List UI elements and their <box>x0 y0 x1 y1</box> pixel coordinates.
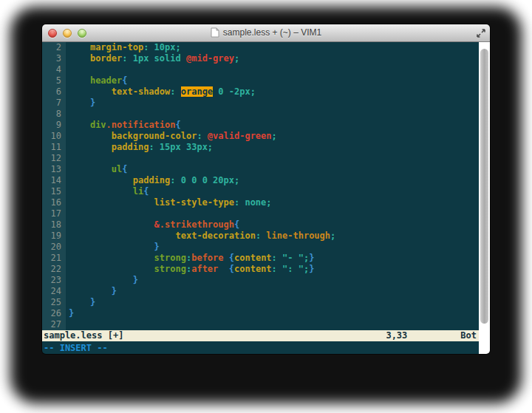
window-title: sample.less + (~) – VIM1 <box>223 27 321 38</box>
line-number: 5 <box>42 75 66 86</box>
code-text: list-style-type: none; <box>66 197 272 208</box>
line-number: 9 <box>42 120 66 131</box>
line-number: 23 <box>42 275 66 286</box>
code-line[interactable]: 10 background-color: @valid-green; <box>42 131 479 142</box>
code-text: strong:before {content: "- ";} <box>66 253 314 264</box>
code-line[interactable]: 4 <box>42 64 479 75</box>
scrollbar-track[interactable] <box>479 42 490 354</box>
window-body: 2 margin-top: 10px;3 border: 1px solid @… <box>42 42 490 354</box>
code-line[interactable]: 21 strong:before {content: "- ";} <box>42 253 479 264</box>
line-number: 4 <box>42 64 66 75</box>
line-number: 2 <box>42 42 66 53</box>
line-number: 20 <box>42 242 66 253</box>
code-line[interactable]: 13 ul{ <box>42 164 479 175</box>
line-number: 16 <box>42 197 66 208</box>
code-line[interactable]: 3 border: 1px solid @mid-grey; <box>42 53 479 64</box>
code-line[interactable]: 27 <box>42 319 479 330</box>
code-text: text-shadow: orange 0 -2px; <box>66 86 256 98</box>
code-text: strong:after {content: ": ";} <box>66 264 314 275</box>
line-number: 21 <box>42 253 66 264</box>
line-number: 14 <box>42 175 66 186</box>
code-line[interactable]: 12 <box>42 153 479 164</box>
line-number: 10 <box>42 131 66 142</box>
code-text: background-color: @valid-green; <box>66 131 277 142</box>
code-line[interactable]: 6 text-shadow: orange 0 -2px; <box>42 86 479 98</box>
code-line[interactable]: 25 } <box>42 297 479 308</box>
code-text <box>66 153 69 164</box>
status-scroll-position: Bot <box>460 330 477 341</box>
code-text: } <box>66 308 74 319</box>
line-number: 18 <box>42 219 66 231</box>
code-line[interactable]: 11 padding: 15px 33px; <box>42 142 479 153</box>
vim-window: sample.less + (~) – VIM1 2 margin-top: 1… <box>42 24 490 354</box>
code-line[interactable]: 7 } <box>42 98 479 109</box>
code-text: li{ <box>66 186 149 197</box>
code-line[interactable]: 20 } <box>42 242 479 253</box>
scrollbar-thumb[interactable] <box>480 49 488 324</box>
code-editor[interactable]: 2 margin-top: 10px;3 border: 1px solid @… <box>42 42 479 330</box>
zoom-button[interactable] <box>78 29 86 38</box>
code-line[interactable]: 16 list-style-type: none; <box>42 197 479 208</box>
insert-mode-indicator: -- INSERT -- <box>44 343 108 353</box>
editor-column: 2 margin-top: 10px;3 border: 1px solid @… <box>42 42 479 354</box>
code-line[interactable]: 9 div.notification{ <box>42 120 479 131</box>
minimize-button[interactable] <box>63 29 72 38</box>
line-number: 19 <box>42 231 66 242</box>
code-text: } <box>66 242 160 253</box>
code-line[interactable]: 5 header{ <box>42 75 479 86</box>
code-text: padding: 0 0 0 20px; <box>66 175 239 186</box>
code-text: } <box>66 275 138 286</box>
code-text: margin-top: 10px; <box>66 42 181 53</box>
code-text: &.strikethrough{ <box>66 219 239 231</box>
code-text: padding: 15px 33px; <box>66 142 213 153</box>
code-line[interactable]: 8 <box>42 109 479 120</box>
code-line[interactable]: 14 padding: 0 0 0 20px; <box>42 175 479 186</box>
code-text: } <box>66 286 117 297</box>
code-line[interactable]: 19 text-decoration: line-through; <box>42 231 479 242</box>
code-text <box>66 208 69 219</box>
line-number: 12 <box>42 153 66 164</box>
code-text: } <box>66 98 95 109</box>
line-number: 25 <box>42 297 66 308</box>
code-line[interactable]: 22 strong:after {content: ": ";} <box>42 264 479 275</box>
line-number: 8 <box>42 109 66 120</box>
close-button[interactable] <box>48 29 57 38</box>
code-line[interactable]: 24 } <box>42 286 479 297</box>
code-text: text-decoration: line-through; <box>66 231 335 242</box>
code-line[interactable]: 2 margin-top: 10px; <box>42 42 479 53</box>
code-line[interactable]: 26} <box>42 308 479 319</box>
status-file-name: sample.less [+] <box>44 330 386 341</box>
code-text: } <box>66 297 95 308</box>
line-number: 24 <box>42 286 66 297</box>
code-text: header{ <box>66 75 128 86</box>
desktop: sample.less + (~) – VIM1 2 margin-top: 1… <box>0 0 532 413</box>
document-icon <box>211 27 219 38</box>
vim-status-bar: sample.less [+] 3,33 Bot <box>42 330 479 341</box>
code-text <box>66 109 69 120</box>
code-text <box>66 319 69 330</box>
line-number: 17 <box>42 208 66 219</box>
line-number: 27 <box>42 319 66 330</box>
line-number: 3 <box>42 53 66 64</box>
fullscreen-icon[interactable] <box>476 28 486 38</box>
title-container: sample.less + (~) – VIM1 <box>42 24 490 41</box>
traffic-lights <box>42 29 86 38</box>
line-number: 11 <box>42 142 66 153</box>
code-line[interactable]: 15 li{ <box>42 186 479 197</box>
code-text: ul{ <box>66 164 127 175</box>
line-number: 13 <box>42 164 66 175</box>
line-number: 15 <box>42 186 66 197</box>
code-text: div.notification{ <box>66 120 181 131</box>
line-number: 7 <box>42 98 66 109</box>
title-bar[interactable]: sample.less + (~) – VIM1 <box>42 24 490 42</box>
status-cursor-position: 3,33 <box>386 330 407 341</box>
line-number: 6 <box>42 86 66 98</box>
code-text: border: 1px solid @mid-grey; <box>66 53 239 64</box>
code-text <box>66 64 69 75</box>
vim-command-line: -- INSERT -- <box>42 341 479 354</box>
line-number: 26 <box>42 308 66 319</box>
code-line[interactable]: 23 } <box>42 275 479 286</box>
code-line[interactable]: 17 <box>42 208 479 219</box>
line-number: 22 <box>42 264 66 275</box>
code-line[interactable]: 18 &.strikethrough{ <box>42 219 479 231</box>
